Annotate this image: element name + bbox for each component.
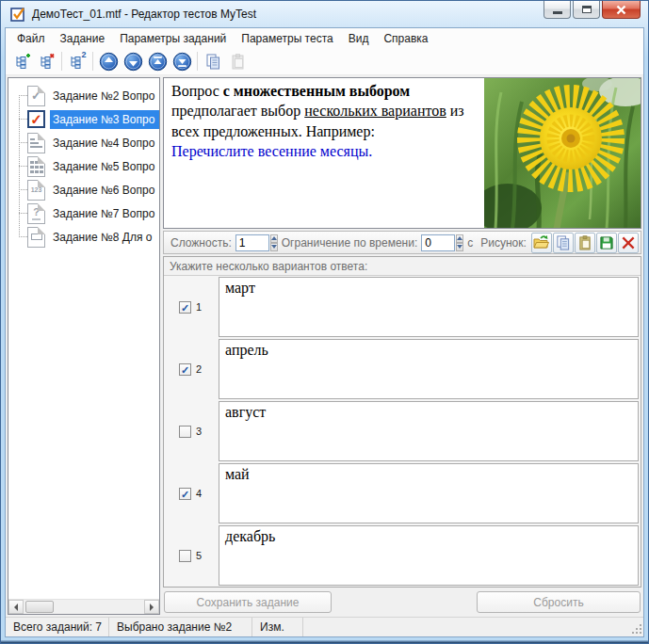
answer-1-text[interactable]: март — [219, 277, 639, 337]
window-controls — [542, 1, 641, 19]
paste-icon — [577, 235, 592, 250]
resize-grip-icon[interactable] — [630, 622, 641, 634]
answer-2-checkbox[interactable]: ✓ — [179, 363, 191, 376]
reset-button[interactable]: Сбросить — [477, 591, 641, 613]
picture-copy-button[interactable] — [553, 233, 574, 253]
maximize-button[interactable] — [573, 1, 600, 19]
tree-item-task8[interactable]: Задание №8 Для о — [8, 225, 159, 249]
answer-row-5: 5 декабрь — [164, 524, 641, 587]
spin-down-button[interactable] — [456, 243, 463, 251]
answer-row-3: 3 август — [164, 400, 641, 462]
difficulty-spinner[interactable] — [270, 234, 278, 251]
duplicate-badge: 2 — [81, 50, 86, 59]
tree-connector — [19, 213, 27, 214]
tree-connector — [19, 119, 27, 120]
menu-task[interactable]: Задание — [53, 30, 113, 47]
answer-1-checkbox-cell: ✓ 1 — [164, 276, 219, 338]
toolbar-separator — [197, 52, 198, 71]
difficulty-label: Сложность: — [170, 236, 232, 250]
spin-up-icon — [271, 233, 277, 240]
task-order-icon — [27, 133, 45, 153]
menu-test-params[interactable]: Параметры теста — [234, 30, 340, 47]
tree-horizontal-scrollbar[interactable] — [8, 599, 159, 614]
duplicate-task-button[interactable]: 2 — [65, 50, 89, 72]
question-text-underline: нескольких вариантов — [304, 103, 446, 119]
tree-item-task4[interactable]: Задание №4 Вопро — [8, 131, 159, 154]
tree-item-label: Задание №5 Вопро — [50, 157, 159, 176]
tree-item-task6[interactable]: 123 Задание №6 Вопро — [8, 178, 159, 201]
tree-item-task5[interactable]: Задание №5 Вопро — [8, 154, 159, 178]
app-window: ДемоТест_01.mtf - Редактор тестов MyTest… — [0, 0, 649, 644]
time-unit-label: с — [467, 236, 473, 250]
spin-down-icon — [271, 245, 277, 251]
question-text-run: предполагает выбор — [171, 103, 304, 119]
difficulty-input[interactable] — [235, 234, 269, 251]
move-last-button[interactable] — [170, 50, 194, 72]
task-number-icon: 123 — [27, 180, 45, 201]
save-task-button[interactable]: Сохранить задание — [164, 591, 332, 613]
task-params-bar: Сложность: Ограничение по времени: с Ри — [163, 231, 641, 254]
spin-up-button[interactable] — [456, 234, 463, 243]
answer-4-checkbox-cell: ✓ 4 — [164, 462, 219, 524]
copy-task-button[interactable] — [201, 50, 225, 72]
answer-5-checkbox-cell: 5 — [164, 524, 219, 587]
move-down-icon — [123, 52, 143, 72]
time-limit-input[interactable] — [421, 234, 455, 251]
save-floppy-icon — [599, 235, 614, 250]
toolbar-separator — [92, 52, 93, 71]
menu-file[interactable]: Файл — [9, 30, 53, 47]
answer-4-number: 4 — [196, 488, 203, 499]
question-text-bold: с множественным выбором — [223, 83, 410, 99]
tree-item-task7[interactable]: ? Задание №7 Вопро — [8, 201, 159, 225]
tree-connector — [19, 236, 27, 237]
paste-icon — [230, 54, 246, 70]
scroll-left-button[interactable] — [8, 600, 24, 614]
time-limit-spinner[interactable] — [456, 234, 463, 251]
picture-save-button[interactable] — [596, 233, 617, 253]
paste-task-button[interactable] — [225, 50, 250, 72]
tree-item-task3-selected[interactable]: ✓ Задание №3 Вопро — [8, 107, 159, 131]
task-tree: ✓ Задание №2 Вопро ✓ Задание №3 Вопро За… — [8, 78, 159, 599]
answers-list: ✓ 1 март ✓ 2 апрель — [164, 276, 641, 587]
answer-4-text[interactable]: май — [219, 463, 639, 523]
answer-5-text[interactable]: декабрь — [219, 525, 639, 586]
tree-item-label: Задание №7 Вопро — [50, 204, 159, 223]
task-tree-panel: ✓ Задание №2 Вопро ✓ Задание №3 Вопро За… — [8, 77, 160, 615]
picture-paste-button[interactable] — [575, 233, 595, 253]
menu-bar: Файл Задание Параметры заданий Параметры… — [6, 28, 643, 48]
question-panel: Вопрос с множественным выбором предполаг… — [163, 77, 641, 229]
answer-2-text[interactable]: апрель — [219, 339, 639, 399]
answer-2-checkbox-cell: ✓ 2 — [164, 338, 219, 400]
minimize-button[interactable] — [544, 1, 571, 19]
scroll-right-button[interactable] — [144, 600, 159, 614]
answer-3-checkbox[interactable] — [179, 426, 191, 438]
arrow-right-icon — [150, 604, 157, 611]
status-bar: Всего заданий: 7 Выбрано задание №2 Изм. — [6, 617, 643, 636]
menu-task-params[interactable]: Параметры заданий — [112, 30, 234, 47]
window-title: ДемоТест_01.mtf - Редактор тестов MyTest — [32, 8, 256, 21]
delete-task-button[interactable] — [34, 50, 58, 72]
tree-connector — [19, 95, 27, 96]
close-button[interactable] — [602, 1, 641, 19]
tree-item-task2[interactable]: ✓ Задание №2 Вопро — [8, 84, 159, 107]
move-first-button[interactable] — [145, 50, 170, 72]
spin-down-button[interactable] — [270, 243, 278, 251]
main-area: ✓ Задание №2 Вопро ✓ Задание №3 Вопро За… — [6, 75, 643, 617]
maximize-icon — [582, 6, 592, 13]
move-down-button[interactable] — [121, 50, 145, 72]
menu-help[interactable]: Справка — [376, 30, 435, 47]
menu-view[interactable]: Вид — [341, 30, 377, 47]
answer-3-text[interactable]: август — [219, 401, 639, 461]
add-task-button[interactable] — [9, 50, 34, 72]
picture-open-button[interactable] — [531, 233, 552, 253]
picture-delete-button[interactable] — [618, 233, 639, 253]
answer-row-4: ✓ 4 май — [164, 462, 641, 524]
spin-up-button[interactable] — [270, 234, 278, 243]
answer-1-checkbox[interactable]: ✓ — [179, 301, 191, 314]
question-text[interactable]: Вопрос с множественным выбором предполаг… — [164, 78, 483, 228]
answer-5-checkbox[interactable] — [179, 550, 191, 562]
answer-4-checkbox[interactable]: ✓ — [179, 488, 191, 500]
scroll-thumb[interactable] — [25, 601, 54, 613]
task-matching-icon — [27, 156, 45, 177]
move-up-button[interactable] — [96, 50, 121, 72]
